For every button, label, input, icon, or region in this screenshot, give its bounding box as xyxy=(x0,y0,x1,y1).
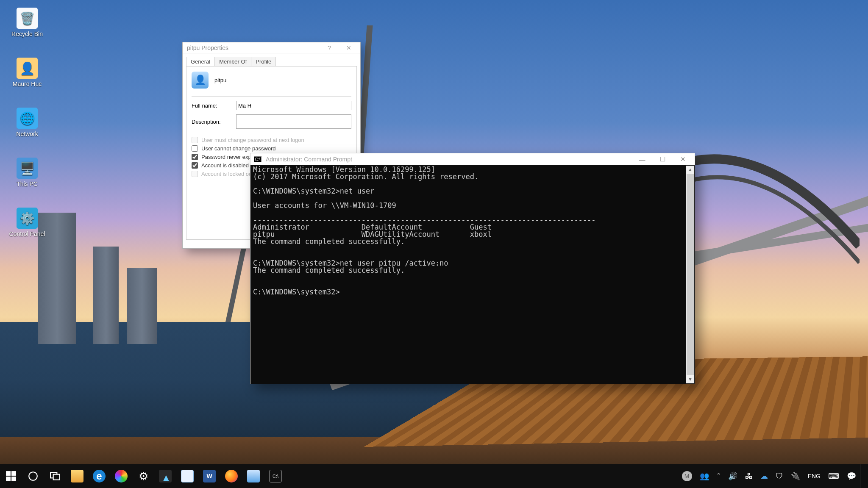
file-explorer-taskbar-icon[interactable] xyxy=(66,464,88,488)
must-change-password-label: User must change password at next logon xyxy=(201,137,304,143)
cmd-titlebar[interactable]: C:\ Administrator: Command Prompt — ☐ ✕ xyxy=(250,153,695,165)
desktop-icon-recycle-bin[interactable]: 🗑️Recycle Bin xyxy=(6,8,48,37)
account-locked-label: Account is locked out xyxy=(201,171,253,177)
scrollbar[interactable]: ▲ ▼ xyxy=(686,166,694,383)
terminal-output[interactable]: Microsoft Windows [Version 10.0.16299.12… xyxy=(250,165,695,384)
minimize-button[interactable]: — xyxy=(632,156,652,163)
desktop-icon-this-pc[interactable]: 🖥️This PC xyxy=(6,158,48,187)
svg-rect-1 xyxy=(11,471,16,476)
description-input[interactable] xyxy=(236,114,351,129)
scroll-up-icon[interactable]: ▲ xyxy=(686,166,694,174)
scroll-down-icon[interactable]: ▼ xyxy=(686,375,694,383)
language-tray[interactable]: ENG xyxy=(804,464,824,488)
account-disabled-label: Account is disabled xyxy=(201,162,249,169)
keyboard-tray-icon[interactable]: ⌨ xyxy=(824,464,843,488)
desktop-icon-label: Control Panel xyxy=(6,230,48,237)
cannot-change-password-checkbox[interactable] xyxy=(192,145,198,152)
taskbar: e ⚙ ▲ W C:\ M 👥 ˄ 🔊 🖧 ☁ 🛡 🔌 ENG ⌨ 💬 xyxy=(0,464,868,488)
dialog-title: pitpu Properties xyxy=(187,44,228,51)
username-label: pitpu xyxy=(214,77,226,83)
user-icon: 👤 xyxy=(192,72,209,89)
account-locked-checkbox xyxy=(192,171,198,177)
desktop-icon-glyph: 🗑️ xyxy=(17,8,38,29)
user-tray-icon[interactable]: M xyxy=(678,464,696,488)
volume-tray-icon[interactable]: 🔊 xyxy=(724,464,741,488)
close-button[interactable]: ✕ xyxy=(339,44,359,51)
action-center-icon[interactable]: 💬 xyxy=(843,464,860,488)
must-change-password-checkbox xyxy=(192,137,198,143)
desktop-icon-label: This PC xyxy=(6,180,48,187)
security-tray-icon[interactable]: 🛡 xyxy=(772,464,787,488)
description-label: Description: xyxy=(192,119,236,125)
svg-rect-3 xyxy=(11,477,16,481)
scroll-thumb[interactable] xyxy=(687,174,694,375)
desktop-icon-glyph: 🌐 xyxy=(17,108,38,129)
desktop-icon-glyph: 👤 xyxy=(17,58,38,79)
tab-member-of[interactable]: Member Of xyxy=(214,57,251,66)
account-disabled-checkbox[interactable] xyxy=(192,162,198,169)
start-button[interactable] xyxy=(0,464,22,488)
wallpaper-building xyxy=(127,268,157,344)
svg-rect-0 xyxy=(6,471,11,476)
cmd-title: Administrator: Command Prompt xyxy=(266,156,352,163)
photos-taskbar-icon[interactable]: ▲ xyxy=(154,464,176,488)
help-button[interactable]: ? xyxy=(320,44,339,51)
password-never-expires-checkbox[interactable] xyxy=(192,154,198,160)
firefox-taskbar-icon[interactable] xyxy=(220,464,242,488)
cmd-title-icon: C:\ xyxy=(254,156,262,162)
tab-profile[interactable]: Profile xyxy=(251,57,276,66)
svg-rect-2 xyxy=(6,477,11,481)
svg-point-4 xyxy=(29,472,37,480)
cmd-taskbar-icon[interactable]: C:\ xyxy=(264,464,287,488)
svg-rect-6 xyxy=(53,474,60,480)
desktop-icon-label: Mauro Huc xyxy=(6,80,48,87)
paint-taskbar-icon[interactable] xyxy=(110,464,132,488)
dialog-titlebar[interactable]: pitpu Properties ? ✕ xyxy=(183,42,360,53)
show-desktop-button[interactable] xyxy=(860,464,868,488)
cannot-change-password-label: User cannot change password xyxy=(201,145,276,152)
desktop-icon-glyph: 🖥️ xyxy=(17,158,38,179)
edge-taskbar-icon[interactable]: e xyxy=(88,464,110,488)
settings-taskbar-icon[interactable]: ⚙ xyxy=(132,464,154,488)
word-taskbar-icon[interactable]: W xyxy=(198,464,220,488)
cortana-button[interactable] xyxy=(22,464,44,488)
network-tray-icon[interactable]: 🖧 xyxy=(741,464,757,488)
desktop-icon-glyph: ⚙️ xyxy=(17,208,38,229)
fullname-input[interactable] xyxy=(236,101,351,110)
onedrive-tray-icon[interactable]: ☁ xyxy=(757,464,772,488)
task-view-button[interactable] xyxy=(44,464,66,488)
desktop-icon-label: Network xyxy=(6,130,48,137)
local-users-taskbar-icon[interactable] xyxy=(242,464,264,488)
notepad-taskbar-icon[interactable] xyxy=(176,464,198,488)
desktop-icon-mauro-huc[interactable]: 👤Mauro Huc xyxy=(6,58,48,87)
tray-overflow-icon[interactable]: ˄ xyxy=(713,464,724,488)
wallpaper-building xyxy=(93,247,119,344)
people-tray-icon[interactable]: 👥 xyxy=(696,464,713,488)
power-tray-icon[interactable]: 🔌 xyxy=(787,464,804,488)
command-prompt-window: C:\ Administrator: Command Prompt — ☐ ✕ … xyxy=(250,153,695,384)
desktop-icon-label: Recycle Bin xyxy=(6,30,48,37)
tab-general[interactable]: General xyxy=(186,57,215,66)
desktop-icon-network[interactable]: 🌐Network xyxy=(6,108,48,137)
maximize-button[interactable]: ☐ xyxy=(652,155,673,163)
fullname-label: Full name: xyxy=(192,103,236,109)
close-button[interactable]: ✕ xyxy=(673,155,693,163)
desktop-icon-control-panel[interactable]: ⚙️Control Panel xyxy=(6,208,48,237)
